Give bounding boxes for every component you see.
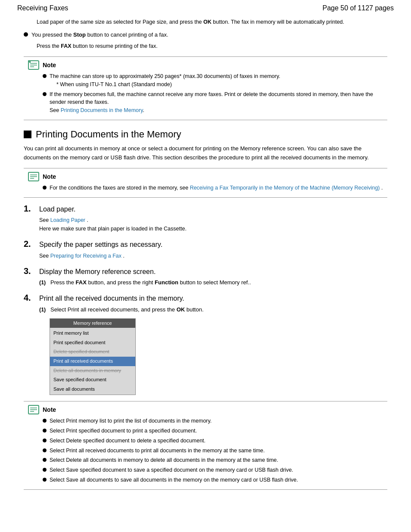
step-4-substep-num: (1) <box>39 305 48 314</box>
note-header-3: Note <box>28 405 383 414</box>
note3-bullet-item: Select Save specified document to save a… <box>43 466 383 474</box>
intro-text-post: button. The fax in memory will be automa… <box>212 19 344 25</box>
step-4-number: 4. <box>24 293 36 303</box>
step-2: 2. Specify the paper settings as necessa… <box>24 239 387 260</box>
note3-bullet-item: Select Delete all documents in memory to… <box>43 456 383 464</box>
note3-bullet-item: Select Delete specified document to dele… <box>43 437 383 445</box>
step-1-text-line: Here we make sure that plain paper is lo… <box>39 224 387 233</box>
note3-bullet-dot <box>43 448 47 452</box>
step-4-header: 4. Print all the received documents in t… <box>24 293 387 303</box>
note-bullet-text-2a: For the conditions the faxes are stored … <box>50 184 383 192</box>
section-title-icon <box>24 131 31 138</box>
step-2-header: 2. Specify the paper settings as necessa… <box>24 239 387 249</box>
note3-bullet-item: Select Print all received documents to p… <box>43 447 383 455</box>
note3-bullet-text: Select Delete all documents in memory to… <box>50 456 278 464</box>
note-header-2: Note <box>28 172 383 181</box>
memory-row: Save specified document <box>50 375 135 385</box>
memory-reference-image: Memory reference Print memory listPrint … <box>50 318 136 395</box>
printing-docs-link[interactable]: Printing Documents in the Memory <box>61 107 143 113</box>
note-bullet-text-1a: The machine can store up to approximatel… <box>50 72 280 89</box>
note3-bullet-text: Select Print specified document to print… <box>50 427 197 435</box>
note-icon-1: ≡ <box>28 60 39 70</box>
memory-row: Save all documents <box>50 385 135 394</box>
note3-bullet-item: Select Save all documents to save all do… <box>43 476 383 484</box>
note3-bullet-dot <box>43 458 47 462</box>
memory-row: Print all received documents <box>50 357 135 366</box>
note-icon-3 <box>28 405 39 414</box>
note3-bullet-dot <box>43 478 47 482</box>
intro-paragraph: Load paper of the same size as selected … <box>37 18 387 26</box>
step-2-title: Specify the paper settings as necessary. <box>39 240 162 249</box>
main-content: Load paper of the same size as selected … <box>0 15 411 504</box>
step-1-title: Load paper. <box>39 205 76 214</box>
page-title: Receiving Faxes <box>17 4 68 12</box>
note-content-1: The machine can store up to approximatel… <box>43 72 383 115</box>
step-4-body: (1) Select Print all received documents,… <box>39 305 387 395</box>
note-label-1: Note <box>43 62 56 68</box>
memory-row: Print specified document <box>50 338 135 348</box>
receiving-fax-link[interactable]: Receiving a Fax Temporarily in the Memor… <box>190 185 380 191</box>
step-1: 1. Load paper. See Loading Paper . Here … <box>24 204 387 233</box>
stop-sub-text: Press the FAX button to resume printing … <box>37 42 387 50</box>
note3-bullet-text: Select Save specified document to save a… <box>50 466 293 474</box>
step-1-link-line: See Loading Paper . <box>39 216 387 224</box>
note-content-3: Select Print memory list to print the li… <box>43 417 383 484</box>
memory-row: Delete specified document <box>50 347 135 357</box>
section-title: Printing Documents in the Memory <box>24 129 387 140</box>
page-info: Page 50 of 1127 pages <box>323 4 394 12</box>
note3-bullet-dot <box>43 439 47 442</box>
note3-bullet-item: Select Print memory list to print the li… <box>43 417 383 425</box>
loading-paper-link[interactable]: Loading Paper <box>50 217 85 223</box>
note3-bullet-text: Select Delete specified document to dele… <box>50 437 206 445</box>
note-label-2: Note <box>43 173 56 180</box>
step-4-title: Print all the received documents in the … <box>39 294 184 303</box>
note3-bullet-text: Select Print all received documents to p… <box>50 447 265 455</box>
intro-text-pre: Load paper of the same size as selected … <box>37 19 203 25</box>
note-box-1: ≡ Note The machine can store up to appro… <box>24 56 387 120</box>
step-3-substep-text: Press the FAX button, and press the righ… <box>50 278 251 287</box>
note-bullet-1a: The machine can store up to approximatel… <box>43 72 383 89</box>
memory-row: Print memory list <box>50 329 135 338</box>
step-3-header: 3. Display the Memory reference screen. <box>24 266 387 277</box>
stop-bullet: You pressed the Stop button to cancel pr… <box>24 31 387 39</box>
memory-image-header: Memory reference <box>50 319 135 328</box>
note-header-1: ≡ Note <box>28 60 383 70</box>
step-3-title: Display the Memory reference screen. <box>39 267 156 277</box>
step-3-substep-num: (1) <box>39 278 48 287</box>
note-bullet-dot-2a <box>43 186 47 190</box>
note-bullet-dot-1b <box>43 92 47 96</box>
note-bullet-text-1b: If the memory becomes full, the machine … <box>50 90 383 115</box>
note-content-2: For the conditions the faxes are stored … <box>43 184 383 192</box>
step-2-number: 2. <box>24 239 36 249</box>
svg-text:≡: ≡ <box>29 61 30 63</box>
note3-bullet-dot <box>43 419 47 423</box>
step-1-number: 1. <box>24 204 36 214</box>
note3-bullet-dot <box>43 468 47 472</box>
intro-ok-bold: OK <box>203 19 212 25</box>
note3-bullet-dot <box>43 429 47 432</box>
step-3-number: 3. <box>24 266 36 276</box>
step-3-body: (1) Press the FAX button, and press the … <box>39 278 387 287</box>
step-1-header: 1. Load paper. <box>24 204 387 214</box>
page-header: Receiving Faxes Page 50 of 1127 pages <box>0 0 411 15</box>
step-3-substep-1: (1) Press the FAX button, and press the … <box>39 278 387 287</box>
note-box-3: Note Select Print memory list to print t… <box>24 401 387 489</box>
note3-bullet-text: Select Print memory list to print the li… <box>50 417 212 425</box>
memory-row: Delete all documents in memory <box>50 366 135 376</box>
step-4-substep-1: (1) Select Print all received documents,… <box>39 305 387 314</box>
step-4: 4. Print all the received documents in t… <box>24 293 387 395</box>
memory-image-body: Print memory listPrint specified documen… <box>50 328 135 395</box>
step-1-body: See Loading Paper . Here we make sure th… <box>39 216 387 233</box>
stop-bullet-text: You pressed the Stop button to cancel pr… <box>31 31 168 39</box>
note-box-2: Note For the conditions the faxes are st… <box>24 168 387 198</box>
step-3: 3. Display the Memory reference screen. … <box>24 266 387 287</box>
step-2-link-line: See Preparing for Receiving a Fax . <box>39 252 387 260</box>
step-2-body: See Preparing for Receiving a Fax . <box>39 252 387 260</box>
bullet-dot <box>24 32 28 37</box>
note-label-3: Note <box>43 406 56 413</box>
step-4-substep-text: Select Print all received documents, and… <box>50 305 204 314</box>
preparing-receiving-link[interactable]: Preparing for Receiving a Fax <box>50 253 121 259</box>
note-bullet-dot-1a <box>43 74 47 78</box>
note3-bullet-text: Select Save all documents to save all do… <box>50 476 298 484</box>
note-indent-1: * When using ITU-T No.1 chart (Standard … <box>56 81 280 89</box>
